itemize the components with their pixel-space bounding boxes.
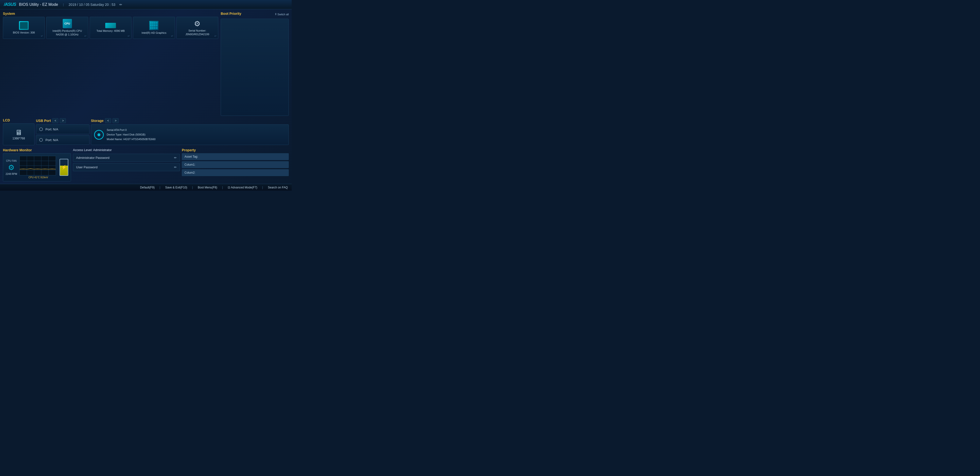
storage-model: Model Name: HGST HTSS45050B7E660: [107, 137, 156, 141]
battery-bolt-icon: ⚡: [61, 165, 67, 170]
system-section: System BIOS Version: 308 CPU Intel(R) Pe…: [3, 12, 218, 116]
cpu-temp-label: CPU 41°C 919mV: [19, 176, 57, 179]
switch-all-icon: ⇕: [275, 13, 277, 16]
storage-nav-prev[interactable]: <: [105, 118, 111, 123]
footer: Default(F9) | Save & Exit(F10) | Boot Me…: [0, 184, 292, 190]
lcd-section: LCD 🖥 1366*768: [3, 118, 35, 145]
storage-nav-next[interactable]: >: [113, 118, 119, 123]
access-label: Access: [73, 148, 83, 152]
ram-icon: [105, 23, 116, 28]
bios-container: /ASUS BIOS Utility - EZ Mode | 2019 / 10…: [0, 0, 292, 190]
boot-priority-label: Boot Priority: [221, 12, 241, 16]
system-cards: BIOS Version: 308 CPU Intel(R) Pentium(R…: [3, 17, 218, 39]
gear-icon: ⚙: [194, 19, 200, 28]
edit-datetime-icon[interactable]: ✏: [119, 3, 122, 6]
colum2-field[interactable]: Colum2:: [182, 169, 289, 176]
battery-display: ⚡: [60, 159, 68, 176]
footer-sep-4: |: [262, 186, 263, 189]
admin-password-label: Administrator Password: [76, 156, 110, 160]
serial-card[interactable]: ⚙ Serial Number: J5N0GR01Z942199: [177, 17, 218, 39]
hw-monitor-section: Hardware Monitor CPU FAN ⚙ 2248 RPM: [3, 148, 71, 181]
cpu-card[interactable]: CPU Intel(R) Pentium(R) CPU N4200 @ 1.10…: [46, 17, 88, 39]
lcd-label: LCD: [3, 118, 35, 122]
usb-port-2-label: Port: N/A: [45, 138, 58, 142]
ram-text: Total Memory: 4096 MB: [97, 29, 125, 33]
boot-priority-section: Boot Priority ⇕ Switch all: [221, 12, 289, 116]
storage-card: Serial ATA Port 0 Device Type: Hard Disk…: [91, 124, 289, 145]
monitor-icon: 🖥: [15, 129, 22, 137]
usb-icon-2: ⬡: [39, 137, 43, 143]
storage-device-type: Device Type: Hard Disk (500GB): [107, 132, 156, 137]
hw-monitor-card: CPU FAN ⚙ 2248 RPM: [3, 153, 71, 181]
fan-section: CPU FAN ⚙ 2248 RPM: [6, 160, 17, 175]
main-area: System BIOS Version: 308 CPU Intel(R) Pe…: [0, 9, 292, 184]
bottom-row: Hardware Monitor CPU FAN ⚙ 2248 RPM: [3, 148, 289, 181]
user-password-row[interactable]: User Password ✏: [73, 163, 180, 171]
cpu-text: Intel(R) Pentium(R) CPU N4200 @ 1.10GHz: [49, 29, 85, 36]
cpu-icon: CPU: [63, 19, 72, 28]
cpu-graph-area: CPU 41°C 919mV: [19, 156, 57, 179]
admin-password-row[interactable]: Administrator Password ✏: [73, 154, 180, 162]
cpu-graph-grid: [19, 156, 56, 175]
hw-monitor-label: Hardware Monitor: [3, 148, 71, 152]
top-row: System BIOS Version: 308 CPU Intel(R) Pe…: [3, 12, 289, 116]
lcd-resolution: 1366*768: [13, 137, 25, 140]
header: /ASUS BIOS Utility - EZ Mode | 2019 / 10…: [0, 0, 292, 9]
header-datetime: 2019 / 10 / 05 Saturday 20 : 53: [68, 3, 115, 6]
ram-card[interactable]: Total Memory: 4096 MB: [90, 17, 132, 39]
property-label: Property: [182, 148, 289, 152]
bios-title: BIOS Utility - EZ Mode: [19, 2, 58, 7]
storage-port: Serial ATA Port 0: [107, 128, 156, 132]
asus-logo: /ASUS: [4, 2, 16, 7]
usb-icon-1: ⬡: [39, 127, 43, 132]
footer-sep-1: |: [159, 186, 160, 189]
usb-nav-next[interactable]: >: [60, 118, 66, 123]
bios-version-text: BIOS Version: 308: [13, 31, 35, 35]
cpu-graph-svg: [20, 156, 56, 175]
lcd-card[interactable]: 🖥 1366*768: [3, 123, 35, 145]
gpu-icon: [149, 21, 159, 30]
switch-all-button[interactable]: ⇕ Switch all: [275, 13, 289, 16]
fan-rpm: 2248 RPM: [6, 173, 17, 175]
default-button[interactable]: Default(F9): [140, 186, 154, 189]
access-level: Level: Administrator: [84, 148, 112, 152]
serial-text: Serial Number: J5N0GR01Z942199: [185, 29, 209, 36]
storage-info: Serial ATA Port 0 Device Type: Hard Disk…: [107, 128, 156, 141]
usb-port-1-label: Port: N/A: [45, 127, 58, 131]
user-password-label: User Password: [76, 165, 97, 169]
asset-tag-field[interactable]: Asset Tag:: [182, 153, 289, 160]
access-header: Access Level: Administrator: [73, 148, 180, 152]
boot-menu-button[interactable]: Boot Menu(F8): [198, 186, 217, 189]
usb-nav-prev[interactable]: <: [52, 118, 58, 123]
middle-row: LCD 🖥 1366*768 USB Port < > ⬡ Port: N/A: [3, 118, 289, 146]
gpu-text: Intel(R) HD Graphics: [142, 31, 166, 35]
storage-label: Storage: [91, 119, 103, 123]
fan-label: CPU FAN: [6, 160, 16, 162]
colum1-field[interactable]: Colum1:: [182, 161, 289, 168]
chip-icon: [19, 21, 29, 30]
bios-card[interactable]: BIOS Version: 308: [3, 17, 45, 39]
storage-section: Storage < > Serial ATA Port 0 Device Typ…: [91, 118, 289, 145]
switch-all-label: Switch all: [278, 13, 289, 16]
admin-password-edit-icon[interactable]: ✏: [174, 156, 177, 160]
usb-port-2: ⬡ Port: N/A: [36, 135, 89, 145]
footer-sep-2: |: [192, 186, 193, 189]
access-section: Access Level: Administrator Administrato…: [73, 148, 180, 181]
usb-label: USB Port: [36, 119, 51, 123]
save-exit-button[interactable]: Save & Exit(F10): [165, 186, 188, 189]
footer-sep-3: |: [222, 186, 223, 189]
battery-body: ⚡: [60, 159, 68, 176]
search-faq-button[interactable]: Search on FAQ: [268, 186, 288, 189]
usb-port-1: ⬡ Port: N/A: [36, 124, 89, 134]
boot-area: [221, 19, 289, 116]
advanced-mode-button[interactable]: ⊡ Advanced Mode(F7): [228, 186, 257, 189]
property-section: Property Asset Tag: Colum1: Colum2:: [182, 148, 289, 181]
hdd-icon: [94, 130, 104, 140]
user-password-edit-icon[interactable]: ✏: [174, 165, 177, 169]
boot-priority-header: Boot Priority ⇕ Switch all: [221, 12, 289, 17]
header-sep: |: [63, 3, 64, 6]
system-label: System: [3, 12, 218, 16]
fan-icon: ⚙: [8, 163, 14, 172]
gpu-card[interactable]: Intel(R) HD Graphics: [133, 17, 175, 39]
usb-section: USB Port < > ⬡ Port: N/A ⬡ Port: N/A: [36, 118, 89, 146]
